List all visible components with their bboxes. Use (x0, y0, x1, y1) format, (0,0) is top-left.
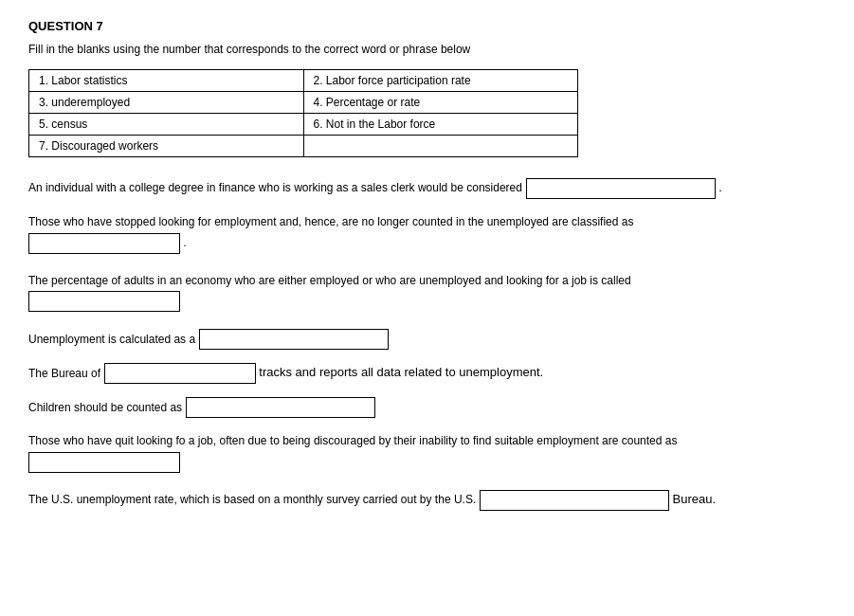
q5-suffix: tracks and reports all data related to u… (259, 366, 543, 380)
table-cell: 2. Labor force participation rate (303, 70, 578, 92)
q4-block: Unemployment is calculated as a (28, 329, 826, 350)
q8-suffix: Bureau. (672, 492, 716, 506)
q2-block: Those who have stopped looking for emplo… (28, 212, 826, 254)
q6-block: Children should be counted as (28, 397, 826, 418)
q2-input[interactable] (28, 233, 180, 254)
q7-block: Those who have quit looking fo a job, of… (28, 431, 826, 473)
q8-input[interactable] (480, 490, 669, 511)
q2-text: Those who have stopped looking for emplo… (28, 215, 633, 228)
q7-text: Those who have quit looking fo a job, of… (28, 434, 677, 447)
table-cell: 1. Labor statistics (29, 70, 304, 92)
q4-input[interactable] (199, 329, 389, 350)
table-cell: 5. census (29, 114, 304, 136)
q5-input[interactable] (104, 363, 256, 384)
table-cell: 4. Percentage or rate (303, 92, 578, 114)
q4-text: Unemployment is calculated as a (28, 333, 195, 346)
q7-input[interactable] (28, 452, 180, 473)
reference-table: 1. Labor statistics2. Labor force partic… (28, 69, 578, 157)
q6-text: Children should be counted as (28, 401, 182, 414)
q3-text: The percentage of adults in an economy w… (28, 274, 631, 287)
q1-text: An individual with a college degree in f… (28, 181, 522, 194)
table-cell: 6. Not in the Labor force (303, 114, 578, 136)
q8-prefix: The U.S. unemployment rate, which is bas… (28, 493, 476, 506)
table-cell: 3. underemployed (29, 92, 304, 114)
q5-block: The Bureau of tracks and reports all dat… (28, 363, 826, 384)
q1-block: An individual with a college degree in f… (28, 178, 826, 199)
question-title: QUESTION 7 (28, 19, 826, 33)
instructions: Fill in the blanks using the number that… (28, 43, 826, 56)
table-cell: 7. Discouraged workers (29, 136, 304, 157)
q1-suffix: . (718, 180, 722, 194)
q3-input[interactable] (28, 291, 180, 312)
q2-suffix: . (183, 236, 186, 249)
q3-block: The percentage of adults in an economy w… (28, 271, 826, 313)
q1-input[interactable] (526, 178, 716, 199)
q6-input[interactable] (186, 397, 375, 418)
table-cell (303, 136, 578, 157)
q5-prefix: The Bureau of (28, 367, 100, 380)
q8-block: The U.S. unemployment rate, which is bas… (28, 490, 826, 511)
